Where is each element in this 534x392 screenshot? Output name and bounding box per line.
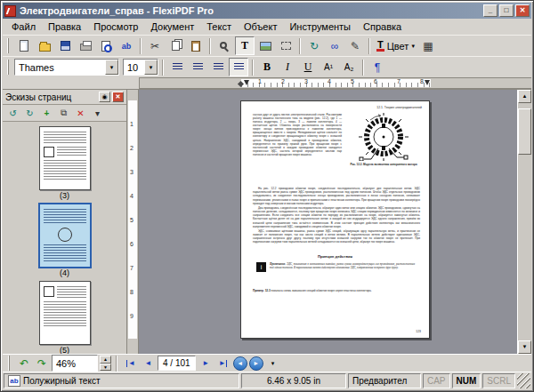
subscript-button[interactable]: A₂ bbox=[339, 58, 359, 76]
scrollbar-thumb[interactable] bbox=[518, 108, 531, 155]
pin-icon[interactable]: ◉ bbox=[99, 92, 110, 102]
document-page[interactable]: 12.1. Теория электродвигателей нанных др… bbox=[240, 100, 430, 339]
maximize-button[interactable]: □ bbox=[499, 4, 514, 17]
history-forward-button[interactable]: ► bbox=[249, 356, 263, 371]
thumb-figure bbox=[58, 228, 72, 242]
history-back-button[interactable]: ◄ bbox=[233, 356, 247, 371]
paragraph-marks-button[interactable]: ¶ bbox=[368, 58, 387, 76]
right-margin-marker-icon[interactable] bbox=[425, 80, 430, 85]
menu-object[interactable]: Объект bbox=[238, 20, 283, 33]
page-thumbnail-4-selected[interactable] bbox=[39, 204, 91, 268]
spellcheck-button[interactable]: ab bbox=[117, 36, 136, 55]
panel-close-button[interactable]: ✕ bbox=[112, 92, 124, 102]
rotate-cw-button[interactable]: ↻ bbox=[22, 106, 37, 120]
link-tool-button[interactable]: ∞ bbox=[325, 36, 344, 55]
toolbar-grip[interactable] bbox=[8, 356, 12, 371]
delete-page-button[interactable]: ✕ bbox=[73, 106, 88, 120]
paste-button[interactable] bbox=[186, 36, 206, 55]
status-hint: Полужирный текст bbox=[23, 376, 100, 386]
print-button[interactable] bbox=[76, 36, 95, 55]
preview-button[interactable] bbox=[96, 36, 116, 55]
align-center-button[interactable] bbox=[188, 58, 207, 76]
page-thumbnail-5[interactable] bbox=[39, 281, 91, 345]
pencil-icon: ✎ bbox=[351, 41, 360, 52]
font-family-select[interactable]: Thames ▾ bbox=[14, 59, 119, 76]
ruler-number: 5 bbox=[130, 217, 134, 223]
menu-view[interactable]: Просмотр bbox=[87, 20, 144, 33]
rotate-ccw-button[interactable]: ↺ bbox=[5, 106, 20, 120]
superscript-button[interactable]: A¹ bbox=[319, 58, 338, 76]
next-page-button[interactable]: ► bbox=[198, 356, 214, 371]
horizontal-ruler-row: 1 2 3 4 5 6 7 8 bbox=[3, 77, 531, 89]
ruler-number: 6 bbox=[374, 78, 377, 84]
last-page-button[interactable]: ► bbox=[215, 356, 231, 371]
toolbar-grip[interactable] bbox=[7, 38, 11, 53]
color-button[interactable]: T Цвет ▾ bbox=[374, 36, 417, 55]
previous-page-button[interactable]: ◄ bbox=[140, 356, 156, 371]
text-tool-button[interactable]: T bbox=[235, 36, 255, 55]
resize-grip[interactable] bbox=[517, 373, 530, 388]
nav-more-button[interactable]: ▾ bbox=[265, 356, 281, 371]
list-item[interactable]: (4) bbox=[34, 204, 96, 277]
menu-document[interactable]: Документ bbox=[144, 20, 200, 33]
menu-tools[interactable]: Инструменты bbox=[283, 20, 357, 33]
menu-file[interactable]: Файл bbox=[5, 20, 42, 33]
close-button[interactable]: ✕ bbox=[515, 4, 530, 17]
thumbnails-panel: Эскизы страниц ◉ ✕ ↺ ↻ + ⧉ ✕ ▾ bbox=[3, 90, 127, 354]
view-forward-button[interactable]: ↷ bbox=[34, 356, 50, 371]
copy-button[interactable] bbox=[166, 36, 185, 55]
page-number-field[interactable]: 4 / 101 bbox=[158, 356, 196, 371]
document-canvas[interactable]: 12.1. Теория электродвигателей нанных др… bbox=[139, 90, 517, 354]
cut-icon: ✂ bbox=[150, 41, 159, 52]
object-tool-button[interactable] bbox=[276, 36, 295, 55]
separator bbox=[299, 38, 301, 54]
rotate-tool-button[interactable]: ↻ bbox=[304, 36, 324, 55]
new-button[interactable] bbox=[14, 36, 34, 55]
menu-help[interactable]: Справка bbox=[357, 20, 408, 33]
ruler-number: 6 bbox=[130, 241, 134, 247]
list-item[interactable]: (5) bbox=[34, 281, 96, 354]
ruler-number: 2 bbox=[130, 145, 134, 151]
page-running-header: 12.1. Теория электродвигателей bbox=[376, 106, 422, 109]
cut-button[interactable]: ✂ bbox=[145, 36, 165, 55]
align-right-button[interactable] bbox=[208, 58, 228, 76]
save-button[interactable] bbox=[55, 36, 75, 55]
image-tool-button[interactable] bbox=[255, 36, 275, 55]
app-icon bbox=[4, 5, 16, 17]
page-thumbnail-3[interactable] bbox=[39, 126, 91, 190]
pencil-tool-button[interactable]: ✎ bbox=[345, 36, 365, 55]
font-size-select[interactable]: 10 ▾ bbox=[123, 59, 158, 76]
scrollbar-track[interactable] bbox=[518, 103, 531, 340]
align-left-button[interactable] bbox=[167, 58, 187, 76]
zoom-spinner[interactable]: ▲ ▼ bbox=[100, 356, 111, 371]
view-back-button[interactable]: ↶ bbox=[16, 356, 32, 371]
spin-up-icon[interactable]: ▲ bbox=[100, 356, 111, 364]
toolbar-grip[interactable] bbox=[7, 60, 11, 75]
list-item[interactable]: (3) bbox=[34, 126, 96, 200]
chevron-down-icon[interactable]: ▾ bbox=[105, 60, 118, 75]
status-hint-cell: Полужирный текст bbox=[4, 373, 239, 388]
align-justify-button[interactable] bbox=[229, 58, 248, 76]
scroll-down-button[interactable]: ▼ bbox=[518, 340, 531, 354]
vertical-scrollbar[interactable]: ▲ ▼ bbox=[517, 90, 531, 354]
underline-button[interactable]: U bbox=[298, 58, 318, 76]
menu-text[interactable]: Текст bbox=[200, 20, 238, 33]
spin-down-icon[interactable]: ▼ bbox=[100, 364, 111, 372]
menu-edit[interactable]: Правка bbox=[42, 20, 87, 33]
add-page-button[interactable]: + bbox=[39, 106, 54, 120]
horizontal-ruler: 1 2 3 4 5 6 7 8 bbox=[139, 77, 531, 89]
panel-more-button[interactable]: ▾ bbox=[90, 106, 105, 120]
open-button[interactable] bbox=[35, 36, 54, 55]
left-margin-marker-icon[interactable] bbox=[244, 80, 249, 85]
bold-button[interactable]: B bbox=[257, 58, 277, 76]
example-text: показана схема замыкания секций обмотки … bbox=[271, 289, 372, 292]
chevron-down-icon[interactable]: ▾ bbox=[144, 60, 158, 75]
italic-button[interactable]: I bbox=[278, 58, 297, 76]
table-button[interactable]: ▦ bbox=[418, 36, 438, 55]
scroll-up-button[interactable]: ▲ bbox=[518, 90, 531, 103]
minimize-button[interactable]: _ bbox=[483, 4, 498, 17]
copy-page-button[interactable]: ⧉ bbox=[56, 106, 71, 120]
zoom-tool-button[interactable] bbox=[214, 36, 234, 55]
first-page-button[interactable]: ◄ bbox=[122, 356, 138, 371]
zoom-select[interactable]: 46% bbox=[52, 355, 98, 372]
